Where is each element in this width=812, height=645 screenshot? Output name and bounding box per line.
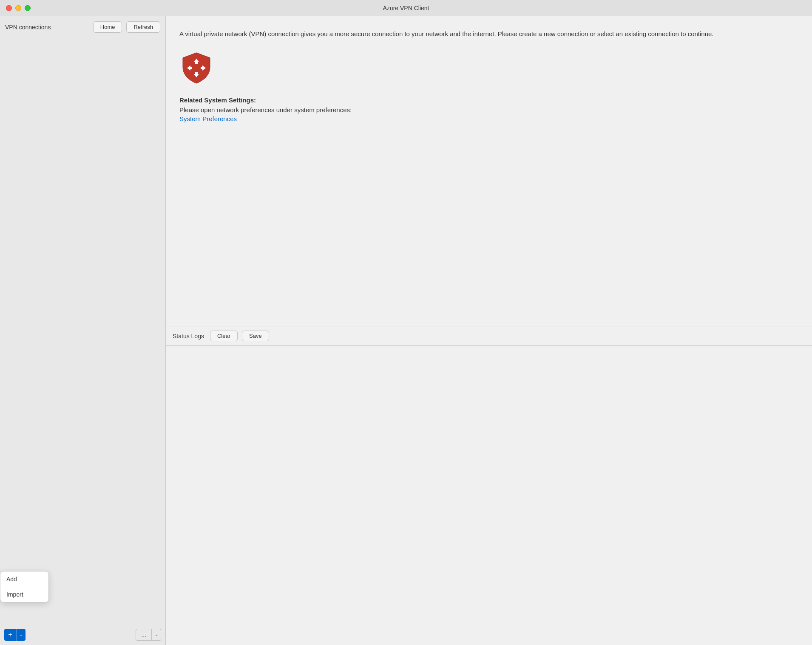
- related-settings-desc: Please open network preferences under sy…: [179, 106, 798, 113]
- related-settings-section: Related System Settings: Please open net…: [179, 96, 798, 122]
- right-content-area: A virtual private network (VPN) connecti…: [166, 16, 812, 326]
- related-settings-title: Related System Settings:: [179, 96, 798, 104]
- maximize-button[interactable]: [25, 5, 31, 11]
- add-import-button-group: + ⌄: [4, 629, 26, 641]
- sidebar-connections-list: [0, 38, 165, 624]
- clear-button[interactable]: Clear: [210, 331, 238, 341]
- add-menu-item[interactable]: Add: [0, 571, 48, 587]
- more-options-button[interactable]: ...: [136, 629, 152, 641]
- sidebar-header: VPN connections Home Refresh: [0, 16, 165, 38]
- chevron-down-icon: ⌄: [155, 632, 158, 637]
- close-button[interactable]: [6, 5, 12, 11]
- main-container: VPN connections Home Refresh Add Import …: [0, 16, 812, 645]
- more-options-chevron-button[interactable]: ⌄: [152, 629, 161, 641]
- system-preferences-link[interactable]: System Preferences: [179, 115, 237, 122]
- refresh-button[interactable]: Refresh: [126, 21, 160, 33]
- add-import-dropdown: Add Import: [0, 571, 49, 603]
- status-logs-label: Status Logs: [173, 333, 204, 339]
- right-panel: A virtual private network (VPN) connecti…: [166, 16, 812, 645]
- import-menu-item[interactable]: Import: [0, 587, 48, 602]
- add-button[interactable]: +: [4, 629, 16, 641]
- traffic-lights: [6, 5, 31, 11]
- sidebar-footer: + ⌄ ... ⌄: [0, 624, 165, 645]
- logs-area: [166, 346, 812, 645]
- window-title: Azure VPN Client: [383, 5, 429, 11]
- chevron-down-icon: ⌄: [20, 632, 23, 637]
- sidebar: VPN connections Home Refresh Add Import …: [0, 16, 166, 645]
- intro-text: A virtual private network (VPN) connecti…: [179, 29, 798, 39]
- save-button[interactable]: Save: [242, 331, 269, 341]
- status-logs-bar: Status Logs Clear Save: [166, 326, 812, 346]
- add-chevron-button[interactable]: ⌄: [16, 629, 26, 641]
- sidebar-title: VPN connections: [5, 24, 89, 31]
- home-button[interactable]: Home: [93, 21, 122, 33]
- title-bar: Azure VPN Client: [0, 0, 812, 16]
- more-options-button-group: ... ⌄: [136, 629, 161, 641]
- vpn-shield-icon: [179, 51, 798, 86]
- minimize-button[interactable]: [15, 5, 21, 11]
